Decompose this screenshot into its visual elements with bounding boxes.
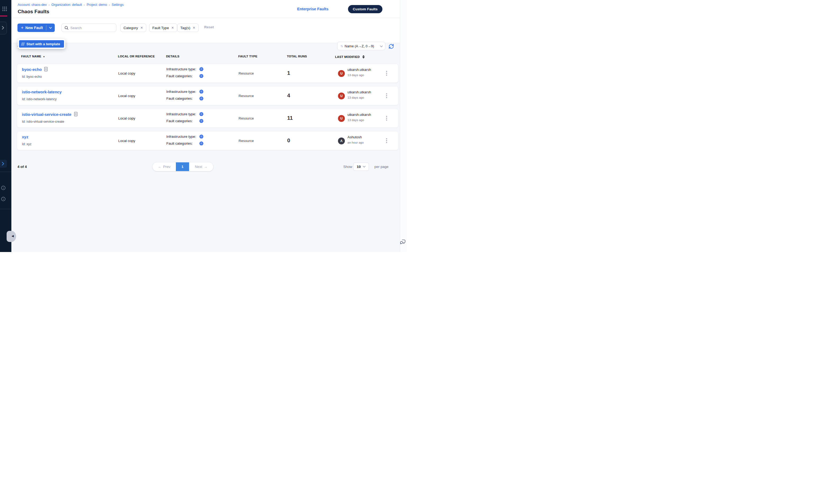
- avatar: U: [338, 115, 345, 122]
- prev-page-button[interactable]: ← Prev: [153, 162, 176, 171]
- fault-id: Id: istio-network-latency: [22, 97, 57, 101]
- fault-name-link[interactable]: istio-virtual-service-create: [22, 112, 71, 117]
- page-number-button[interactable]: 1: [176, 162, 189, 171]
- per-page-label: per page: [374, 165, 388, 169]
- start-with-template-item[interactable]: Start with a template: [19, 40, 64, 48]
- fault-name-link[interactable]: byoc-echo: [22, 67, 42, 72]
- total-runs-value: 4: [287, 93, 290, 99]
- row-menu-icon[interactable]: [386, 71, 387, 77]
- close-icon[interactable]: ✕: [171, 26, 174, 30]
- chevron-down-icon: [380, 44, 383, 48]
- main-area: Account: chaos-dev›Organization: default…: [11, 0, 407, 252]
- avatar: A: [338, 138, 345, 144]
- breadcrumb-organization[interactable]: Organization: default: [51, 3, 82, 7]
- fault-type-value: Resource: [239, 71, 254, 75]
- fault-categories-label: Fault categories:: [166, 97, 193, 100]
- details-cell: Infrastructure type: Fault categories:: [166, 109, 225, 128]
- next-page-button[interactable]: Next →: [189, 162, 213, 171]
- kubernetes-icon: [199, 89, 204, 95]
- fault-name-link[interactable]: istio-network-latency: [22, 90, 62, 94]
- left-sidebar: [0, 0, 11, 252]
- template-icon: [21, 42, 25, 46]
- chat-support-icon[interactable]: [400, 239, 406, 246]
- filter-chip-tags[interactable]: Tag(s) ✕: [177, 24, 199, 32]
- search-box: [61, 24, 116, 32]
- reset-filters-link[interactable]: Reset: [204, 25, 214, 29]
- new-fault-button[interactable]: + New Fault Start with a template: [17, 24, 55, 32]
- fault-type-value: Resource: [239, 139, 254, 143]
- modified-time: 13 days ago: [347, 118, 364, 122]
- column-header-fault-type: FAULT TYPE: [238, 55, 257, 58]
- column-header-fault-name[interactable]: FAULT NAME▲: [21, 55, 45, 58]
- fault-row[interactable]: istio-network-latency Id: istio-network-…: [17, 86, 398, 105]
- sidebar-expand-button[interactable]: [0, 22, 7, 34]
- infrastructure-type-label: Infrastructure type:: [166, 67, 196, 71]
- fault-id: Id: xyz: [22, 142, 31, 146]
- search-input[interactable]: [70, 26, 110, 30]
- arrow-left-icon: ←: [158, 165, 162, 169]
- page-size-select[interactable]: 10: [353, 163, 369, 171]
- sidebar-divider: [0, 172, 11, 172]
- sort-arrows-icon: ↑↓: [340, 44, 342, 48]
- info-icon[interactable]: [1, 186, 6, 190]
- fault-row[interactable]: byoc-echo Id: byoc-echo Local copy Infra…: [17, 64, 398, 83]
- column-header-total-runs: TOTAL RUNS: [287, 55, 307, 58]
- document-icon[interactable]: [74, 112, 77, 117]
- modified-by-user: utkarsh.utkarsh: [347, 113, 371, 117]
- kubernetes-icon: [199, 96, 204, 102]
- enterprise-faults-link[interactable]: Enterprise Faults: [297, 7, 328, 11]
- refresh-icon[interactable]: [388, 44, 394, 50]
- sidebar-expand-bottom-button[interactable]: [0, 160, 7, 168]
- sort-select-value: Name (A→Z, 0→9): [345, 44, 374, 48]
- filter-chip-category[interactable]: Category ✕: [120, 24, 146, 32]
- fault-id: Id: byoc-echo: [22, 75, 42, 79]
- brand-accent-bar: [0, 16, 7, 16]
- details-cell: Infrastructure type: Fault categories:: [166, 86, 225, 106]
- kubernetes-icon: [199, 74, 204, 79]
- filter-chip-fault-type[interactable]: Fault Type ✕: [149, 24, 177, 32]
- filter-chip-label: Tag(s): [180, 26, 190, 30]
- infrastructure-type-label: Infrastructure type:: [166, 90, 196, 94]
- content-area: Total: 4 ↑↓ Name (A→Z, 0→9) FAULT NAME▲: [11, 43, 400, 252]
- fault-type-value: Resource: [239, 116, 254, 120]
- sort-select[interactable]: ↑↓ Name (A→Z, 0→9): [337, 42, 385, 50]
- details-cell: Infrastructure type: Fault categories:: [166, 64, 225, 83]
- new-fault-dropdown-toggle[interactable]: [46, 27, 55, 29]
- app-grid-icon[interactable]: [2, 6, 7, 12]
- fault-row[interactable]: xyz Id: xyz Local copy Infrastructure ty…: [17, 131, 398, 150]
- fault-categories-label: Fault categories:: [166, 141, 193, 145]
- triangle-left-icon: ◀: [12, 234, 14, 238]
- plus-icon: +: [21, 25, 24, 30]
- row-menu-icon[interactable]: [386, 116, 387, 122]
- search-icon: [65, 26, 68, 30]
- modified-time: 13 days ago: [347, 74, 364, 77]
- fault-row[interactable]: istio-virtual-service-create Id: istio-v…: [17, 109, 398, 128]
- column-header-last-modified[interactable]: LAST MODIFIED: [335, 55, 365, 58]
- breadcrumb-account[interactable]: Account: chaos-dev: [18, 3, 47, 7]
- avatar: U: [338, 93, 345, 99]
- kubernetes-icon: [199, 67, 204, 72]
- chevron-down-icon: [49, 27, 52, 29]
- close-icon[interactable]: ✕: [193, 26, 195, 30]
- local-or-reference-value: Local copy: [118, 71, 135, 75]
- chevron-down-icon: [363, 166, 365, 168]
- toolbar: + New Fault Start with a template: [11, 18, 400, 43]
- new-fault-label: New Fault: [25, 26, 43, 30]
- breadcrumb-project[interactable]: Project: demo: [87, 3, 107, 7]
- kubernetes-icon: [199, 134, 204, 140]
- info-icon[interactable]: [1, 197, 6, 201]
- breadcrumb-settings[interactable]: Settings: [112, 3, 124, 7]
- total-runs-value: 11: [287, 115, 293, 121]
- sidebar-collapse-handle[interactable]: ◀: [7, 231, 16, 242]
- close-icon[interactable]: ✕: [140, 26, 143, 30]
- document-icon[interactable]: [44, 67, 48, 72]
- fault-type-value: Resource: [239, 94, 254, 98]
- row-menu-icon[interactable]: [386, 138, 387, 144]
- fault-name-link[interactable]: xyz: [22, 135, 28, 139]
- next-label: Next: [195, 165, 202, 169]
- total-runs-value: 1: [287, 70, 290, 76]
- row-menu-icon[interactable]: [386, 93, 387, 99]
- total-runs-value: 0: [287, 138, 290, 144]
- infrastructure-type-label: Infrastructure type:: [166, 112, 196, 116]
- custom-faults-button[interactable]: Custom Faults: [348, 5, 382, 13]
